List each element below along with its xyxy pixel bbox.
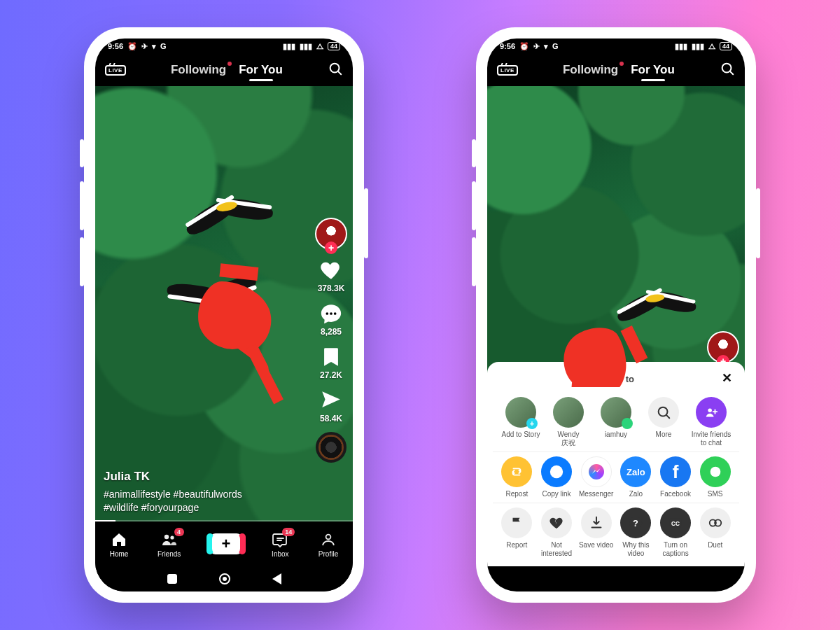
caption-text[interactable]: #animallifestyle #beautifulwords#wildlif… bbox=[104, 488, 297, 514]
close-icon[interactable]: ✕ bbox=[722, 370, 732, 386]
share-sms[interactable]: SMS bbox=[695, 456, 735, 498]
like-button[interactable]: 378.3K bbox=[318, 258, 345, 293]
search-icon[interactable] bbox=[328, 61, 343, 79]
tab-for-you[interactable]: For You bbox=[631, 63, 675, 77]
signal-icon: ▮▮▮ bbox=[283, 42, 295, 51]
duet-icon bbox=[700, 507, 731, 538]
messenger-icon bbox=[581, 456, 612, 487]
wifi-icon-2: ⧍ bbox=[316, 42, 323, 51]
share-copy-link[interactable]: Copy link bbox=[537, 456, 577, 498]
save-button[interactable]: 27.2K bbox=[319, 345, 343, 380]
notification-dot bbox=[620, 62, 624, 66]
screen-left: 9:56 ⏰ ✈ ▾ G ▮▮▮ ▮▮▮ ⧍ 44 LIVE Following… bbox=[95, 38, 353, 592]
nav-profile[interactable]: Profile bbox=[318, 531, 338, 558]
live-button[interactable]: LIVE bbox=[497, 65, 518, 76]
share-sheet: Share to ✕ +Add to Story Wendy庆祝 iamhuy … bbox=[487, 362, 745, 566]
tab-for-you[interactable]: For You bbox=[239, 63, 283, 77]
author-avatar[interactable]: + bbox=[707, 331, 739, 363]
search-icon bbox=[648, 397, 679, 428]
share-facebook[interactable]: fFacebook bbox=[656, 456, 696, 498]
status-bar: 9:56 ⏰ ✈ ▾ G ▮▮▮ ▮▮▮ ⧍ 44 bbox=[95, 38, 353, 54]
share-messenger[interactable]: Messenger bbox=[576, 456, 616, 498]
battery-icon: 44 bbox=[720, 42, 732, 50]
top-nav: LIVE Following For You bbox=[95, 54, 353, 86]
bottom-nav: Home 4Friends + 14Inbox Profile bbox=[95, 522, 353, 566]
phone-left: 9:56 ⏰ ✈ ▾ G ▮▮▮ ▮▮▮ ⧍ 44 LIVE Following… bbox=[84, 27, 364, 603]
add-user-icon bbox=[696, 397, 727, 428]
video-feed[interactable]: + 378.3K 8,285 27.2K 58.4K Julia TK #ani… bbox=[95, 86, 353, 522]
share-zalo[interactable]: ZaloZalo bbox=[616, 456, 656, 498]
telegram-icon: ✈ bbox=[533, 42, 540, 51]
profile-icon bbox=[319, 531, 337, 549]
notification-dot bbox=[227, 62, 232, 66]
follow-plus-icon[interactable]: + bbox=[325, 241, 337, 254]
link-icon bbox=[541, 456, 572, 487]
battery-icon: 44 bbox=[328, 42, 340, 50]
friends-icon: 4 bbox=[160, 531, 178, 549]
author-name[interactable]: Julia TK bbox=[104, 470, 297, 484]
story-avatar-icon: + bbox=[505, 397, 536, 428]
share-button[interactable]: 58.4K bbox=[319, 388, 343, 424]
telegram-icon: ✈ bbox=[141, 42, 148, 51]
repost-icon bbox=[501, 456, 532, 487]
nav-home[interactable]: Home bbox=[110, 531, 129, 558]
contact-avatar-icon bbox=[553, 397, 584, 428]
sound-disc[interactable] bbox=[316, 432, 346, 463]
home-icon bbox=[110, 531, 128, 549]
nav-friends[interactable]: 4Friends bbox=[158, 531, 181, 558]
wifi-icon: ▾ bbox=[152, 42, 156, 51]
video-feed[interactable]: + bbox=[487, 86, 745, 387]
signal-icon-2: ▮▮▮ bbox=[692, 42, 704, 51]
status-time: 9:56 bbox=[108, 42, 123, 50]
plus-icon: + bbox=[212, 533, 240, 554]
share-invite-friends[interactable]: Invite friendsto chat bbox=[687, 397, 735, 447]
heartbreak-icon bbox=[541, 507, 572, 538]
share-more[interactable]: More bbox=[640, 397, 687, 447]
inbox-badge: 14 bbox=[282, 528, 295, 536]
captions-icon bbox=[660, 507, 691, 538]
share-contact-wendy[interactable]: Wendy庆祝 bbox=[545, 397, 592, 447]
share-repost[interactable]: Repost bbox=[497, 456, 537, 498]
comment-button[interactable]: 8,285 bbox=[319, 302, 343, 337]
author-avatar[interactable]: + bbox=[315, 218, 347, 250]
plus-badge-icon: + bbox=[526, 418, 538, 429]
action-why-video[interactable]: Why thisvideo bbox=[616, 507, 656, 558]
question-icon bbox=[620, 507, 651, 538]
action-not-interested[interactable]: Notinterested bbox=[537, 507, 577, 558]
home-button[interactable] bbox=[219, 573, 230, 584]
tab-following[interactable]: Following bbox=[563, 63, 618, 77]
share-title: Share to bbox=[598, 374, 634, 384]
action-report[interactable]: Report bbox=[497, 507, 537, 558]
share-add-to-story[interactable]: +Add to Story bbox=[497, 397, 545, 447]
facebook-icon: f bbox=[660, 456, 691, 487]
back-button[interactable] bbox=[272, 573, 281, 584]
signal-icon-2: ▮▮▮ bbox=[300, 42, 312, 51]
flag-icon bbox=[501, 507, 532, 538]
svg-point-16 bbox=[710, 467, 720, 477]
action-captions[interactable]: Turn oncaptions bbox=[656, 507, 696, 558]
android-nav bbox=[95, 566, 353, 592]
caption-area[interactable]: Julia TK #animallifestyle #beautifulword… bbox=[104, 470, 297, 514]
alarm-icon: ⏰ bbox=[519, 42, 529, 51]
inbox-icon: 14 bbox=[271, 531, 289, 549]
nav-inbox[interactable]: 14Inbox bbox=[271, 531, 289, 558]
tab-following[interactable]: Following bbox=[171, 63, 226, 77]
progress-bar[interactable] bbox=[95, 520, 353, 522]
status-time: 9:56 bbox=[500, 42, 515, 50]
action-duet[interactable]: Duet bbox=[695, 507, 735, 558]
action-save-video[interactable]: Save video bbox=[576, 507, 616, 558]
alarm-icon: ⏰ bbox=[127, 42, 137, 51]
recents-button[interactable] bbox=[167, 574, 177, 584]
share-contact-iamhuy[interactable]: iamhuy bbox=[592, 397, 640, 447]
download-icon bbox=[581, 507, 612, 538]
create-button[interactable]: + bbox=[210, 533, 242, 554]
zalo-icon: Zalo bbox=[620, 456, 651, 487]
wifi-icon-2: ⧍ bbox=[708, 42, 715, 51]
search-icon[interactable] bbox=[720, 61, 735, 79]
screen-right: 9:56 ⏰ ✈ ▾ G ▮▮▮ ▮▮▮ ⧍ 44 LIVE Following… bbox=[487, 38, 745, 592]
live-button[interactable]: LIVE bbox=[105, 65, 126, 76]
google-icon: G bbox=[160, 42, 167, 50]
status-bar: 9:56 ⏰ ✈ ▾ G ▮▮▮ ▮▮▮ ⧍ 44 bbox=[487, 38, 745, 54]
sms-icon bbox=[700, 456, 731, 487]
phone-right: 9:56 ⏰ ✈ ▾ G ▮▮▮ ▮▮▮ ⧍ 44 LIVE Following… bbox=[476, 27, 756, 603]
